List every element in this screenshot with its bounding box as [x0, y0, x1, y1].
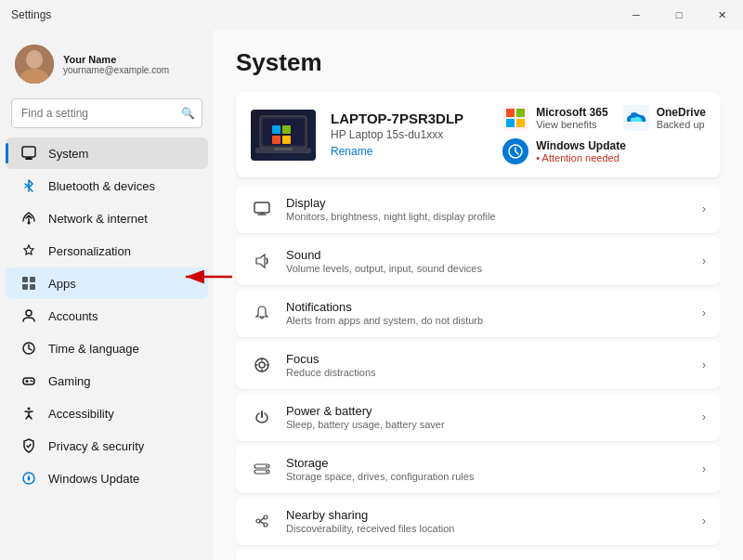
- windows-update-service[interactable]: Windows Update • Attention needed: [502, 138, 706, 164]
- settings-item-nearby-desc: Discoverability, received files location: [286, 523, 689, 534]
- search-box: 🔍: [11, 98, 202, 128]
- svg-rect-19: [282, 125, 291, 134]
- search-input[interactable]: [11, 98, 202, 128]
- sidebar-item-apps-label: Apps: [48, 277, 76, 291]
- sidebar-item-accessibility-label: Accessibility: [48, 407, 114, 421]
- svg-rect-5: [27, 157, 31, 159]
- svg-point-6: [28, 222, 31, 225]
- windows-update-desc: • Attention needed: [536, 152, 626, 163]
- gaming-nav-icon: [20, 372, 37, 389]
- nearby-chevron-icon: ›: [702, 514, 706, 527]
- settings-item-notifications[interactable]: NotificationsAlerts from apps and system…: [236, 289, 721, 337]
- focus-icon: [251, 354, 273, 376]
- svg-rect-3: [22, 147, 35, 157]
- sound-chevron-icon: ›: [702, 254, 706, 267]
- sidebar-item-accounts[interactable]: Accounts: [6, 300, 208, 332]
- minimize-button[interactable]: ─: [615, 0, 658, 30]
- storage-chevron-icon: ›: [702, 462, 706, 475]
- nav-list: SystemBluetooth & devicesNetwork & inter…: [0, 137, 214, 494]
- onedrive-service[interactable]: OneDrive Backed up: [623, 105, 706, 131]
- windows-update-name: Windows Update: [536, 139, 626, 152]
- microsoft365-desc: View benefits: [536, 119, 607, 130]
- power-icon: [251, 406, 273, 428]
- power-chevron-icon: ›: [702, 410, 706, 423]
- onedrive-icon: [623, 105, 649, 131]
- onedrive-name: OneDrive: [657, 106, 706, 119]
- sound-icon: [251, 250, 273, 272]
- microsoft365-service[interactable]: Microsoft 365 View benefits: [502, 105, 607, 131]
- device-name: LAPTOP-7PSR3DLP: [331, 111, 478, 126]
- settings-list: DisplayMonitors, brightness, night light…: [236, 185, 721, 560]
- personalization-nav-icon: [20, 242, 37, 259]
- svg-rect-21: [282, 136, 291, 144]
- settings-item-multitasking[interactable]: Multitasking›: [236, 549, 721, 560]
- close-button[interactable]: ✕: [700, 0, 743, 30]
- apps-nav-icon: [20, 275, 37, 292]
- storage-icon: [251, 458, 273, 480]
- nearby-icon: [251, 510, 273, 532]
- sidebar-item-privacy[interactable]: Privacy & security: [6, 430, 208, 462]
- focus-chevron-icon: ›: [702, 358, 706, 371]
- microsoft365-text: Microsoft 365 View benefits: [536, 106, 607, 130]
- sidebar-item-accounts-label: Accounts: [48, 309, 98, 323]
- search-icon: 🔍: [181, 107, 195, 120]
- sidebar-item-system-label: System: [48, 147, 88, 161]
- sidebar-item-bluetooth-label: Bluetooth & devices: [48, 179, 155, 193]
- svg-point-36: [256, 519, 260, 523]
- user-email: yourname@example.com: [63, 65, 169, 75]
- sidebar-item-gaming[interactable]: Gaming: [6, 365, 208, 397]
- services-row-1: Microsoft 365 View benefits: [502, 105, 706, 131]
- sidebar-item-accessibility[interactable]: Accessibility: [6, 397, 208, 429]
- privacy-nav-icon: [20, 437, 37, 454]
- svg-rect-10: [30, 284, 35, 290]
- settings-item-display[interactable]: DisplayMonitors, brightness, night light…: [236, 185, 721, 233]
- sidebar-item-time-label: Time & language: [48, 342, 139, 356]
- sidebar-item-personalization[interactable]: Personalization: [6, 235, 208, 267]
- sidebar-item-time[interactable]: Time & language: [6, 332, 208, 364]
- sidebar-item-system[interactable]: System: [6, 137, 208, 169]
- settings-item-notifications-text: NotificationsAlerts from apps and system…: [286, 300, 689, 326]
- windows-update-text: Windows Update • Attention needed: [536, 139, 626, 163]
- sidebar-item-network[interactable]: Network & internet: [6, 202, 208, 234]
- services-panel: Microsoft 365 View benefits: [502, 105, 706, 164]
- user-section[interactable]: Your Name yourname@example.com: [0, 37, 214, 95]
- svg-rect-20: [272, 136, 280, 144]
- onedrive-desc: Backed up: [657, 119, 706, 130]
- network-nav-icon: [20, 210, 37, 227]
- settings-item-focus[interactable]: FocusReduce distractions›: [236, 341, 721, 389]
- settings-item-nearby-title: Nearby sharing: [286, 508, 689, 522]
- sidebar-item-update-label: Windows Update: [48, 472, 139, 486]
- sidebar-item-privacy-label: Privacy & security: [48, 439, 144, 453]
- settings-item-power[interactable]: Power & batterySleep, battery usage, bat…: [236, 393, 721, 441]
- device-thumbnail: [251, 110, 316, 161]
- bluetooth-nav-icon: [20, 177, 37, 194]
- svg-point-37: [264, 515, 267, 519]
- svg-rect-24: [506, 109, 515, 117]
- settings-item-focus-desc: Reduce distractions: [286, 367, 689, 378]
- svg-rect-8: [30, 277, 35, 282]
- sidebar-item-bluetooth[interactable]: Bluetooth & devices: [6, 170, 208, 202]
- svg-rect-18: [272, 125, 280, 134]
- settings-item-sound-desc: Volume levels, output, input, sound devi…: [286, 263, 689, 274]
- windows-update-icon: [502, 138, 528, 164]
- settings-item-nearby[interactable]: Nearby sharingDiscoverability, received …: [236, 497, 721, 545]
- sidebar: Your Name yourname@example.com 🔍 SystemB…: [0, 30, 214, 560]
- app-window: Your Name yourname@example.com 🔍 SystemB…: [0, 30, 743, 560]
- settings-item-sound[interactable]: SoundVolume levels, output, input, sound…: [236, 237, 721, 285]
- svg-point-14: [28, 408, 31, 410]
- settings-item-power-title: Power & battery: [286, 404, 689, 418]
- system-nav-icon: [20, 145, 37, 162]
- svg-rect-23: [274, 148, 293, 150]
- device-rename-link[interactable]: Rename: [331, 145, 372, 158]
- svg-point-31: [259, 362, 265, 368]
- svg-point-1: [26, 50, 43, 69]
- page-title: System: [236, 48, 721, 77]
- settings-item-sound-title: Sound: [286, 248, 689, 262]
- settings-item-focus-title: Focus: [286, 352, 689, 366]
- sidebar-item-apps[interactable]: Apps: [6, 267, 208, 299]
- sidebar-item-update[interactable]: Windows Update: [6, 462, 208, 494]
- settings-item-storage-title: Storage: [286, 456, 689, 470]
- maximize-button[interactable]: □: [658, 0, 700, 30]
- settings-item-storage[interactable]: StorageStorage space, drives, configurat…: [236, 445, 721, 493]
- main-content: System LAPTOP-7PSR3DLP: [214, 30, 743, 560]
